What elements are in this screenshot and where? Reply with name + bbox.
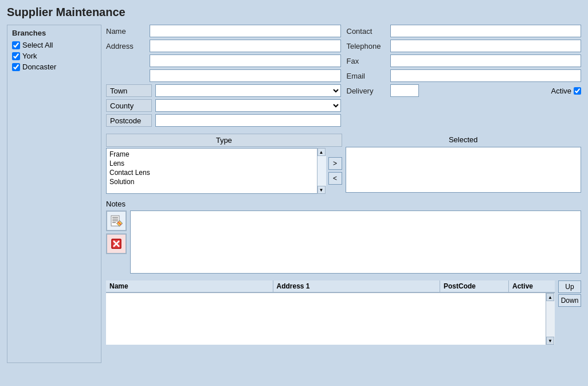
- down-button[interactable]: Down: [558, 294, 581, 307]
- fax-row: Fax: [347, 54, 582, 67]
- type-selected-section: Type Frame Lens Contact Lens Solution: [106, 134, 581, 194]
- email-input[interactable]: [390, 69, 582, 82]
- address-label: Address: [106, 42, 146, 50]
- branch-checkbox-doncaster[interactable]: [12, 63, 20, 71]
- type-header: Type: [106, 134, 342, 147]
- grid-scrollbar: ▲ ▼: [546, 293, 555, 345]
- notes-delete-button[interactable]: [106, 233, 127, 254]
- transfer-remove-button[interactable]: <: [328, 172, 342, 185]
- right-form: Contact Telephone Fax Email: [347, 25, 582, 129]
- up-button[interactable]: Up: [558, 280, 581, 293]
- county-row: County: [106, 99, 341, 112]
- branch-label-york: York: [22, 52, 37, 60]
- address-input-2[interactable]: [150, 54, 341, 67]
- grid-col-active: Active: [509, 280, 555, 293]
- notes-section: Notes: [106, 200, 581, 274]
- town-row: Town: [106, 84, 341, 97]
- branch-item-select-all[interactable]: Select All: [12, 41, 96, 49]
- delivery-input[interactable]: [390, 84, 419, 97]
- postcode-row: Postcode: [106, 114, 341, 127]
- notes-area: [106, 210, 581, 274]
- branch-label-doncaster: Doncaster: [22, 63, 56, 71]
- branch-checkbox-select-all[interactable]: [12, 41, 20, 49]
- grid-scroll-track: [546, 301, 555, 337]
- type-scroll-up[interactable]: ▲: [317, 148, 326, 156]
- type-item-frame[interactable]: Frame: [108, 150, 324, 159]
- left-form: Name Address: [106, 25, 341, 129]
- up-down-buttons: Up Down: [558, 280, 581, 307]
- address-row-3: [106, 69, 341, 82]
- postcode-input[interactable]: [155, 114, 341, 127]
- contact-input[interactable]: [390, 25, 582, 37]
- town-label: Town: [106, 84, 152, 97]
- type-list-scrollbar: ▲ ▼: [317, 148, 326, 194]
- town-select[interactable]: [155, 84, 341, 97]
- name-input[interactable]: [150, 25, 341, 37]
- type-item-contact-lens[interactable]: Contact Lens: [108, 168, 324, 177]
- grid-col-name: Name: [106, 280, 273, 293]
- address-row-1: Address: [106, 40, 341, 52]
- name-row: Name: [106, 25, 341, 37]
- page-title: Supplier Maintenance: [7, 6, 581, 19]
- selected-list[interactable]: [346, 147, 582, 193]
- notes-textarea[interactable]: [130, 210, 581, 274]
- grid-rows-content: [106, 293, 546, 345]
- county-label: County: [106, 99, 152, 112]
- grid-scroll-up[interactable]: ▲: [546, 293, 554, 301]
- delivery-label: Delivery: [347, 87, 387, 95]
- type-scroll-down[interactable]: ▼: [317, 186, 326, 194]
- email-row: Email: [347, 69, 582, 82]
- fax-input[interactable]: [390, 54, 582, 67]
- address-input-3[interactable]: [150, 69, 341, 82]
- delete-icon: [110, 237, 123, 250]
- contact-label: Contact: [347, 27, 387, 36]
- postcode-label: Postcode: [106, 114, 152, 127]
- telephone-input[interactable]: [390, 40, 582, 52]
- county-select[interactable]: [155, 99, 341, 112]
- type-list[interactable]: Frame Lens Contact Lens Solution: [106, 148, 326, 194]
- edit-icon: [110, 215, 123, 227]
- email-label: Email: [347, 72, 387, 80]
- transfer-add-button[interactable]: >: [328, 157, 342, 170]
- type-panel: Type Frame Lens Contact Lens Solution: [106, 134, 342, 194]
- selected-panel: Selected: [346, 134, 582, 194]
- delivery-row: Delivery Active: [347, 84, 582, 97]
- grid-main: Name Address 1 PostCode Active ▲ ▼: [106, 280, 555, 345]
- address-input-1[interactable]: [150, 40, 341, 52]
- transfer-buttons: > <: [328, 148, 342, 194]
- telephone-label: Telephone: [347, 42, 387, 50]
- active-label-text: Active: [551, 87, 571, 95]
- main-form-panel: Name Address: [106, 25, 581, 363]
- grid-rows-area-inner: ▲ ▼: [106, 293, 555, 345]
- type-item-lens[interactable]: Lens: [108, 159, 324, 168]
- telephone-row: Telephone: [347, 40, 582, 52]
- branches-panel: Branches Select All York Doncaster: [7, 25, 101, 363]
- type-list-wrapper: Frame Lens Contact Lens Solution ▲ ▼: [106, 148, 326, 194]
- grid-header-row: Name Address 1 PostCode Active: [106, 280, 555, 293]
- grid-scroll-down[interactable]: ▼: [546, 337, 554, 345]
- branch-item-york[interactable]: York: [12, 52, 96, 60]
- selected-header: Selected: [346, 134, 582, 146]
- type-scroll-track: [317, 156, 326, 186]
- name-label: Name: [106, 27, 146, 36]
- bottom-grid-section: Name Address 1 PostCode Active ▲ ▼: [106, 280, 581, 345]
- branch-item-doncaster[interactable]: Doncaster: [12, 63, 96, 71]
- notes-edit-button[interactable]: [106, 210, 127, 231]
- contact-row: Contact: [347, 25, 582, 37]
- bottom-row: Name Address 1 PostCode Active ▲ ▼: [106, 280, 581, 345]
- active-checkbox[interactable]: [574, 87, 581, 95]
- grid-col-postcode: PostCode: [440, 280, 509, 293]
- notes-label: Notes: [106, 200, 581, 208]
- branches-label: Branches: [12, 29, 96, 37]
- notes-buttons: [106, 210, 127, 274]
- fax-label: Fax: [347, 57, 387, 65]
- branch-label-select-all: Select All: [22, 41, 53, 49]
- address-row-2: [106, 54, 341, 67]
- type-item-solution[interactable]: Solution: [108, 177, 324, 186]
- grid-col-address1: Address 1: [273, 280, 441, 293]
- type-list-container: Frame Lens Contact Lens Solution ▲ ▼: [106, 148, 342, 194]
- branch-checkbox-york[interactable]: [12, 52, 20, 60]
